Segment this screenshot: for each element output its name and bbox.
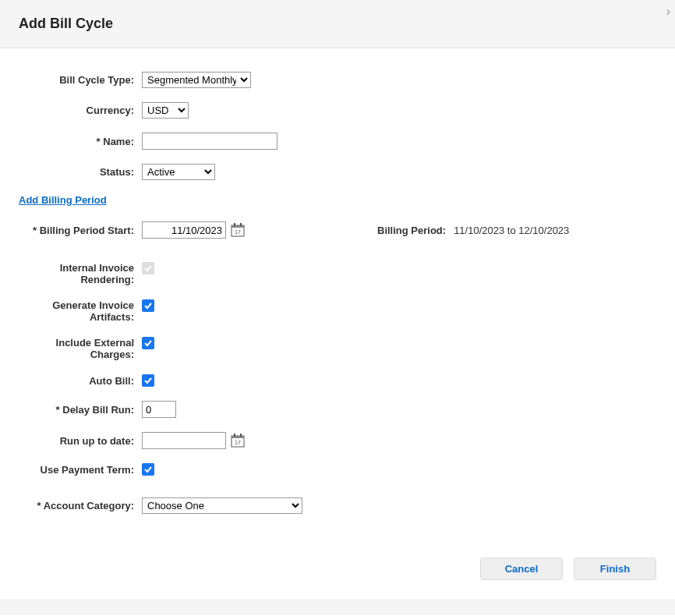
calendar-icon[interactable]: 17	[231, 223, 245, 237]
label-use-payment-term: Use Payment Term:	[19, 464, 142, 476]
label-status: Status:	[19, 166, 142, 178]
account-category-select[interactable]: Choose One	[142, 497, 302, 514]
dialog-title: Add Bill Cycle	[19, 16, 656, 32]
bill-cycle-type-select[interactable]: Segmented Monthly	[142, 72, 251, 88]
label-auto-bill: Auto Bill:	[19, 375, 142, 387]
close-icon[interactable]: ›	[666, 5, 670, 19]
label-run-up-to-date: Run up to date:	[19, 435, 142, 447]
delay-bill-run-input[interactable]	[142, 401, 176, 418]
add-billing-period-link[interactable]: Add Billing Period	[19, 194, 107, 206]
name-input[interactable]	[142, 133, 277, 150]
internal-invoice-rendering-checkbox	[142, 262, 154, 274]
cancel-button[interactable]: Cancel	[480, 558, 563, 580]
label-name: * Name:	[19, 136, 142, 147]
label-generate-invoice-artifacts: Generate Invoice Artifacts:	[19, 299, 142, 323]
billing-period-value: 11/10/2023 to 12/10/2023	[454, 225, 569, 236]
generate-invoice-artifacts-checkbox[interactable]	[142, 299, 154, 312]
bottom-bar	[0, 599, 675, 614]
label-include-external-charges: Include External Charges:	[19, 337, 142, 360]
svg-rect-6	[231, 436, 244, 438]
include-external-charges-checkbox[interactable]	[142, 337, 154, 349]
svg-rect-8	[240, 434, 242, 437]
svg-rect-2	[234, 223, 235, 226]
label-billing-period: Billing Period:	[377, 225, 446, 236]
svg-text:17: 17	[235, 440, 241, 445]
billing-period-start-input[interactable]	[142, 221, 226, 239]
form-area: Bill Cycle Type: Segmented Monthly Curre…	[0, 48, 675, 543]
label-delay-bill-run: * Delay Bill Run:	[19, 404, 142, 416]
status-select[interactable]: Active	[142, 164, 215, 180]
svg-text:17: 17	[235, 229, 241, 235]
label-account-category: * Account Category:	[19, 500, 142, 512]
label-billing-period-start: * Billing Period Start:	[19, 225, 142, 236]
label-bill-cycle-type: Bill Cycle Type:	[19, 74, 142, 86]
auto-bill-checkbox[interactable]	[142, 374, 154, 387]
use-payment-term-checkbox[interactable]	[142, 463, 154, 476]
currency-select[interactable]: USD	[142, 102, 189, 119]
svg-rect-1	[231, 225, 244, 228]
finish-button[interactable]: Finish	[574, 558, 656, 580]
label-internal-invoice-rendering: Internal Invoice Rendering:	[19, 262, 142, 285]
run-up-to-date-input[interactable]	[142, 432, 226, 449]
calendar-icon[interactable]: 17	[231, 434, 245, 448]
dialog-footer: Cancel Finish	[0, 543, 675, 599]
svg-rect-3	[240, 223, 242, 226]
svg-rect-7	[234, 434, 235, 437]
label-currency: Currency:	[19, 104, 142, 116]
dialog-header: Add Bill Cycle ›	[0, 0, 675, 48]
